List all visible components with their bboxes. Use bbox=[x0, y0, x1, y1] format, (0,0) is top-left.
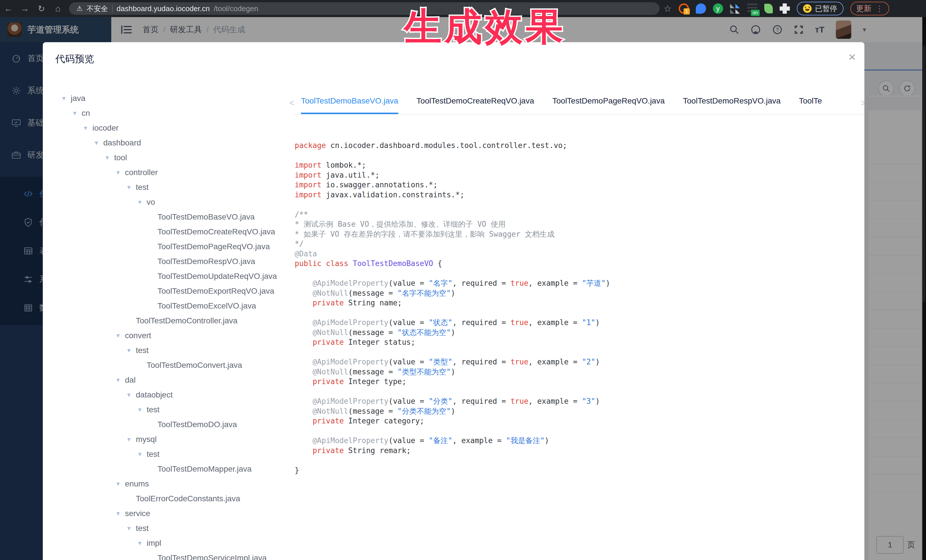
caret-down-icon[interactable]: ▼ bbox=[115, 169, 125, 176]
caret-down-icon[interactable]: ▼ bbox=[126, 525, 136, 532]
tree-folder[interactable]: ▼impl bbox=[61, 536, 286, 551]
tabs-scroll-right-icon[interactable]: > bbox=[861, 98, 864, 108]
code-token: ) bbox=[451, 407, 455, 415]
tree-node-label: ToolErrorCodeConstants.java bbox=[136, 494, 240, 503]
tree-node-label: ToolTestDemoCreateReqVO.java bbox=[157, 227, 275, 236]
code-token: "名字不能为空" bbox=[397, 289, 451, 297]
code-preview-dialog: 代码预览 × ▼java▼cn▼iocoder▼dashboard▼tool▼c… bbox=[43, 42, 864, 560]
tree-node-label: ToolTestDemoDO.java bbox=[157, 420, 237, 429]
annotation-text: 生成效果 bbox=[0, 2, 926, 53]
code-token: io.swagger.annotations.*; bbox=[321, 181, 437, 189]
caret-down-icon[interactable]: ▼ bbox=[137, 540, 147, 546]
tree-file[interactable]: ToolErrorCodeConstants.java bbox=[61, 491, 286, 506]
tree-file[interactable]: ToolTestDemoCreateReqVO.java bbox=[61, 224, 286, 239]
code-token: @ApiModelProperty bbox=[313, 397, 389, 406]
file-tree: ▼java▼cn▼iocoder▼dashboard▼tool▼controll… bbox=[61, 91, 286, 560]
tabs-scroll-left-icon[interactable]: < bbox=[289, 98, 294, 108]
caret-down-icon[interactable]: ▼ bbox=[126, 184, 136, 191]
tree-folder[interactable]: ▼dashboard bbox=[61, 136, 286, 150]
code-token: String name; bbox=[344, 299, 402, 307]
code-token: @NotNull bbox=[313, 289, 348, 297]
tab-tooltestdemorespvo-java[interactable]: ToolTestDemoRespVO.java bbox=[683, 97, 781, 114]
tree-folder[interactable]: ▼test bbox=[61, 180, 286, 195]
tree-folder[interactable]: ▼service bbox=[61, 506, 286, 521]
caret-down-icon[interactable]: ▼ bbox=[115, 481, 125, 487]
code-token: "备注" bbox=[429, 436, 452, 445]
tree-node-label: dal bbox=[125, 376, 136, 385]
tree-file[interactable]: ToolTestDemoConvert.java bbox=[61, 358, 286, 373]
tree-folder[interactable]: ▼enums bbox=[61, 477, 286, 491]
tree-folder[interactable]: ▼test bbox=[61, 521, 286, 536]
tab-tooltestdemobasevo-java[interactable]: ToolTestDemoBaseVO.java bbox=[301, 97, 398, 114]
tree-node-label: enums bbox=[125, 479, 149, 488]
tree-file[interactable]: ToolTestDemoExportReqVO.java bbox=[61, 284, 286, 299]
caret-down-icon[interactable]: ▼ bbox=[137, 407, 147, 413]
caret-down-icon[interactable]: ▼ bbox=[104, 154, 114, 161]
code-token: import bbox=[295, 171, 321, 180]
tree-file[interactable]: ToolTestDemoMapper.java bbox=[61, 462, 286, 477]
code-token bbox=[321, 259, 326, 268]
caret-down-icon[interactable]: ▼ bbox=[126, 392, 136, 398]
code-token: * 测试示例 Base VO，提供给添加、修改、详细的子 VO 使用 bbox=[295, 220, 505, 228]
tree-folder[interactable]: ▼mysql bbox=[61, 432, 286, 447]
tree-file[interactable]: ToolTestDemoController.java bbox=[61, 313, 286, 328]
tree-file[interactable]: ToolTestDemoBaseVO.java bbox=[61, 210, 286, 224]
code-token: Integer category; bbox=[344, 417, 424, 425]
caret-down-icon[interactable]: ▼ bbox=[115, 510, 125, 517]
tree-node-label: test bbox=[136, 183, 148, 192]
caret-down-icon[interactable]: ▼ bbox=[115, 377, 125, 383]
tree-folder[interactable]: ▼test bbox=[61, 343, 286, 358]
code-token: @ApiModelProperty bbox=[313, 436, 389, 445]
code-token: java.util.*; bbox=[321, 171, 380, 180]
code-token bbox=[295, 436, 313, 445]
tab-tooltestdemocreatereqvo-java[interactable]: ToolTestDemoCreateReqVO.java bbox=[416, 97, 534, 114]
caret-down-icon[interactable]: ▼ bbox=[61, 95, 71, 102]
caret-down-icon[interactable]: ▼ bbox=[137, 451, 147, 457]
code-token: , required = bbox=[452, 279, 511, 287]
code-token: (value = bbox=[389, 279, 429, 287]
code-token: import bbox=[295, 190, 321, 199]
code-token bbox=[295, 368, 313, 376]
code-viewer[interactable]: package cn.iocoder.dashboard.modules.too… bbox=[295, 140, 610, 475]
tree-file[interactable]: ToolTestDemoRespVO.java bbox=[61, 254, 286, 269]
tab-toolte[interactable]: ToolTe bbox=[799, 97, 822, 114]
code-token: true bbox=[510, 318, 528, 327]
file-tabs: ToolTestDemoBaseVO.javaToolTestDemoCreat… bbox=[301, 97, 858, 114]
tree-node-label: test bbox=[147, 450, 159, 459]
code-token: } bbox=[295, 466, 299, 474]
tree-folder[interactable]: ▼dal bbox=[61, 373, 286, 388]
code-token: "分类不能为空" bbox=[397, 407, 451, 415]
tree-folder[interactable]: ▼vo bbox=[61, 195, 286, 210]
tree-folder[interactable]: ▼cn bbox=[61, 106, 286, 121]
caret-down-icon[interactable]: ▼ bbox=[126, 436, 136, 443]
caret-down-icon[interactable]: ▼ bbox=[137, 199, 147, 205]
tree-file[interactable]: ToolTestDemoUpdateReqVO.java bbox=[61, 269, 286, 284]
tree-folder[interactable]: ▼iocoder bbox=[61, 121, 286, 136]
tree-folder[interactable]: ▼tool bbox=[61, 150, 286, 165]
tree-file[interactable]: ToolTestDemoPageReqVO.java bbox=[61, 239, 286, 254]
close-icon[interactable]: × bbox=[849, 51, 856, 63]
caret-down-icon[interactable]: ▼ bbox=[83, 125, 92, 131]
code-token: "类型不能为空" bbox=[397, 368, 451, 376]
caret-down-icon[interactable]: ▼ bbox=[72, 110, 82, 116]
code-token: true bbox=[510, 397, 528, 406]
tab-tooltestdemopagereqvo-java[interactable]: ToolTestDemoPageReqVO.java bbox=[552, 97, 665, 114]
tree-folder[interactable]: ▼test bbox=[61, 402, 286, 417]
tree-file[interactable]: ToolTestDemoServiceImpl.java bbox=[61, 551, 286, 560]
tree-node-label: ToolTestDemoUpdateReqVO.java bbox=[157, 272, 277, 281]
tree-folder[interactable]: ▼java bbox=[61, 91, 286, 106]
code-token: , example = bbox=[528, 279, 582, 287]
tree-file[interactable]: ToolTestDemoDO.java bbox=[61, 417, 286, 432]
tree-file[interactable]: ToolTestDemoExcelVO.java bbox=[61, 299, 286, 313]
tree-folder[interactable]: ▼dataobject bbox=[61, 388, 286, 402]
caret-down-icon[interactable]: ▼ bbox=[115, 332, 125, 339]
tree-folder[interactable]: ▼convert bbox=[61, 328, 286, 343]
caret-down-icon[interactable]: ▼ bbox=[126, 347, 136, 354]
tree-folder[interactable]: ▼controller bbox=[61, 165, 286, 180]
caret-down-icon[interactable]: ▼ bbox=[94, 140, 103, 146]
code-token: cn.iocoder.dashboard.modules.tool.contro… bbox=[326, 141, 567, 150]
tree-node-label: ToolTestDemoMapper.java bbox=[157, 465, 252, 474]
code-token bbox=[295, 279, 313, 287]
code-token: (value = bbox=[389, 318, 429, 327]
tree-folder[interactable]: ▼test bbox=[61, 447, 286, 462]
